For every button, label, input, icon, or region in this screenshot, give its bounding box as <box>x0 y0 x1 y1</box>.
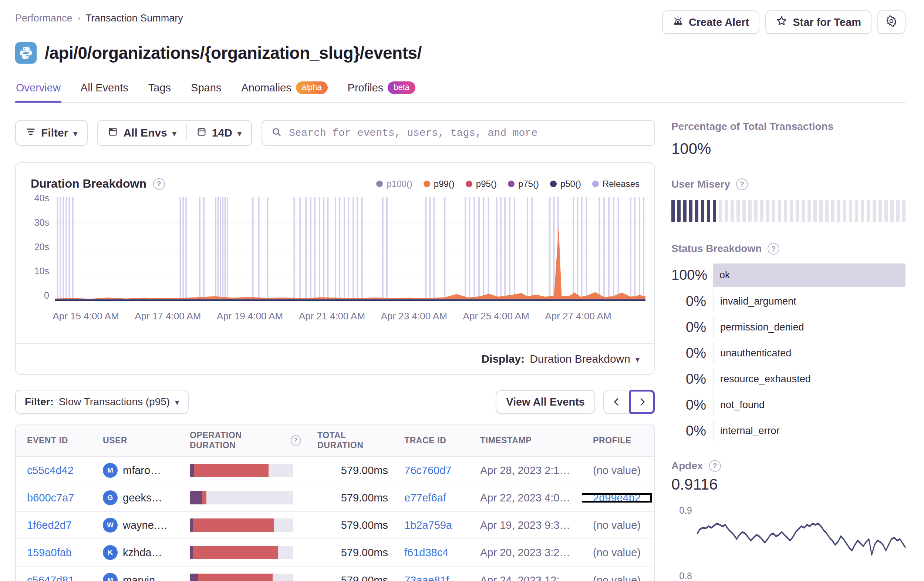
operation-duration-bar <box>190 464 293 477</box>
legend-dot <box>424 180 430 187</box>
next-page-button[interactable] <box>629 390 655 414</box>
star-for-team-label: Star for Team <box>793 16 861 28</box>
column-header-event-id[interactable]: EVENT ID <box>16 435 92 445</box>
operation-duration-bar <box>190 546 293 559</box>
misery-tick <box>683 200 686 222</box>
misery-tick <box>843 200 846 222</box>
total-duration-cell: 579.00ms <box>306 519 393 531</box>
trace-id-link[interactable]: 1b2a759a <box>404 519 452 531</box>
legend-item-p99[interactable]: p99() <box>424 179 455 189</box>
x-tick-label: Apr 17 4:00 AM <box>135 311 201 322</box>
tab-spans[interactable]: Spans <box>190 78 222 102</box>
environment-dropdown[interactable]: All Envs ▾ <box>98 121 186 145</box>
tab-anomalies[interactable]: Anomaliesalpha <box>241 78 328 102</box>
legend-item-Releases[interactable]: Releases <box>592 179 640 189</box>
avatar: G <box>103 490 118 505</box>
left-column: Filter ▾ All Envs ▾ <box>15 120 655 581</box>
star-for-team-button[interactable]: Star for Team <box>765 10 871 34</box>
profile-value[interactable]: 2d99e4b2 <box>593 492 641 504</box>
column-header-timestamp[interactable]: TIMESTAMP <box>469 435 582 445</box>
help-icon[interactable]: ? <box>767 243 779 255</box>
column-header-operation-duration[interactable]: OPERATION DURATION? <box>179 430 306 450</box>
chart-plot-zone: 40s30s20s10s0 Apr 15 4:00 AMApr 17 4:00 … <box>16 194 654 332</box>
trace-id-link[interactable]: f61d38c4 <box>404 546 448 559</box>
operation-duration-cell <box>179 491 306 505</box>
op-span-purple <box>190 546 193 559</box>
tab-all-events[interactable]: All Events <box>80 78 129 102</box>
event-id-link[interactable]: c5647d81 <box>27 574 74 581</box>
legend-item-p95[interactable]: p95() <box>466 179 497 189</box>
date-range-label: 14D <box>212 127 232 139</box>
status-label: unauthenticated <box>713 342 906 364</box>
view-all-events-button[interactable]: View All Events <box>496 390 595 414</box>
title-row: /api/0/organizations/{organization_slug}… <box>15 42 906 64</box>
column-header-user[interactable]: USER <box>92 435 179 445</box>
legend-item-p75[interactable]: p75() <box>508 179 539 189</box>
trace-id-cell: e77ef6af <box>393 492 469 504</box>
help-icon[interactable]: ? <box>709 460 721 472</box>
event-id-link[interactable]: c55c4d42 <box>27 464 74 477</box>
create-alert-button[interactable]: Create Alert <box>662 10 759 34</box>
legend-dot <box>592 180 599 187</box>
misery-tick <box>742 200 746 222</box>
display-dropdown[interactable]: Duration Breakdown <box>530 353 630 365</box>
search-input[interactable] <box>289 127 645 139</box>
filter-dropdown[interactable]: Filter ▾ <box>15 120 87 146</box>
user-misery-heading: User Misery ? <box>672 179 906 190</box>
event-id-link[interactable]: 159a0fab <box>27 546 72 559</box>
column-header-label: TRACE ID <box>404 435 446 445</box>
status-row-ok: 100%ok <box>672 263 906 287</box>
settings-button[interactable] <box>878 10 906 34</box>
tab-overview[interactable]: Overview <box>15 78 61 102</box>
misery-tick <box>902 200 906 222</box>
tab-tags[interactable]: Tags <box>148 78 172 102</box>
event-id-link[interactable]: b600c7a7 <box>27 492 74 504</box>
column-header-total-duration[interactable]: TOTAL DURATION <box>306 430 393 450</box>
misery-tick <box>736 200 740 222</box>
status-percentage: 0% <box>672 293 713 310</box>
tab-profiles[interactable]: Profilesbeta <box>347 78 416 102</box>
help-icon[interactable]: ? <box>291 435 301 445</box>
previous-page-button[interactable] <box>603 390 629 414</box>
status-percentage: 0% <box>672 423 713 439</box>
trace-id-link[interactable]: 76c760d7 <box>404 464 451 477</box>
breadcrumb-performance[interactable]: Performance <box>15 13 73 24</box>
event-id-link[interactable]: 1f6ed2d7 <box>27 519 72 531</box>
misery-tick <box>802 200 805 222</box>
help-icon[interactable]: ? <box>736 179 748 190</box>
status-percentage: 0% <box>672 319 713 335</box>
column-header-profile[interactable]: PROFILE <box>582 435 654 445</box>
duration-chart-plot[interactable] <box>55 197 645 301</box>
user-cell: Kkzhda… <box>92 545 179 560</box>
tab-bar: OverviewAll EventsTagsSpansAnomaliesalph… <box>15 78 906 103</box>
total-duration-cell: 579.00ms <box>306 574 393 581</box>
column-header-trace-id[interactable]: TRACE ID <box>393 435 469 445</box>
misery-tick <box>855 200 858 222</box>
y-tick-label: 20s <box>35 242 49 252</box>
transactions-filter-dropdown[interactable]: Filter: Slow Transactions (p95) ▾ <box>15 390 189 414</box>
legend-item-p100[interactable]: p100() <box>376 179 412 189</box>
user-name: marvin… <box>123 574 166 581</box>
chevron-down-icon: ▾ <box>175 398 179 407</box>
trace-id-link[interactable]: 73aae81f <box>404 574 449 581</box>
help-icon[interactable]: ? <box>153 178 165 190</box>
legend-label: Releases <box>602 179 640 189</box>
legend-label: p50() <box>560 179 581 189</box>
legend-item-p50[interactable]: p50() <box>550 179 581 189</box>
chart-legend: p100()p99()p95()p75()p50()Releases <box>376 179 640 189</box>
operation-duration-bar <box>190 574 293 581</box>
x-tick-label: Apr 25 4:00 AM <box>463 311 529 322</box>
apdex-sparkline[interactable] <box>697 500 906 581</box>
timestamp-cell: Apr 22, 2023 4:0… <box>469 492 582 504</box>
table-row: 159a0fabKkzhda…579.00msf61d38c4Apr 20, 2… <box>16 539 654 566</box>
tab-label: Tags <box>148 82 171 94</box>
legend-label: p99() <box>434 179 455 189</box>
trace-id-link[interactable]: e77ef6af <box>404 492 446 504</box>
chevron-down-icon[interactable]: ▾ <box>635 355 640 364</box>
status-label: permission_denied <box>713 316 906 338</box>
misery-tick <box>707 200 710 222</box>
op-span-purple <box>190 574 198 581</box>
display-label: Display: <box>481 353 525 365</box>
date-range-dropdown[interactable]: 14D ▾ <box>187 121 251 145</box>
user-misery-bar <box>672 200 906 222</box>
